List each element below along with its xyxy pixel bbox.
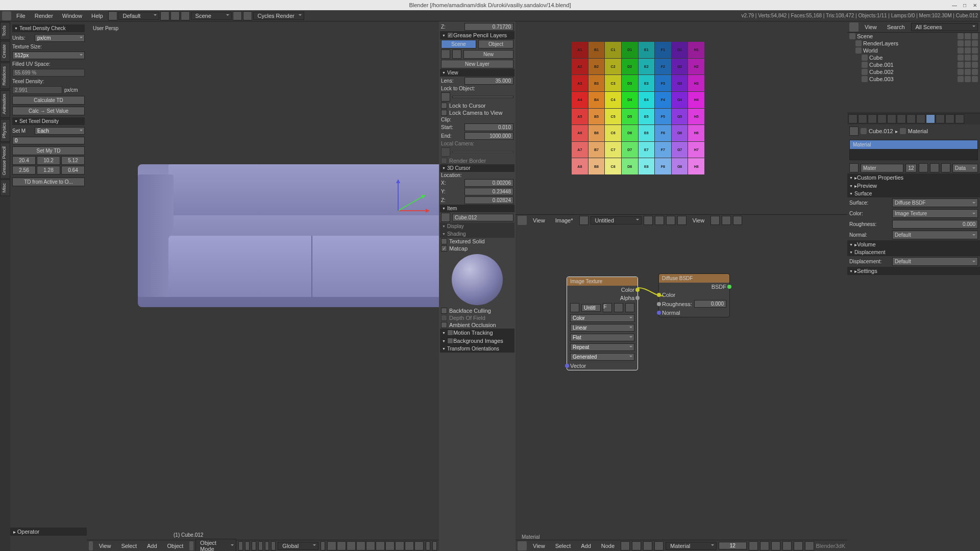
mat-users-field[interactable]: 12	[905, 164, 917, 172]
set-my-td-button[interactable]: Set My TD	[12, 146, 85, 155]
eye-icon[interactable]	[958, 47, 964, 54]
3d-viewport[interactable]: User Persp (1) Cube.012 View Select Add …	[87, 21, 439, 551]
transform-orient-header[interactable]: Transform Orientations	[440, 345, 514, 353]
calc-set-value-button[interactable]: Calc → Set Value	[12, 107, 85, 115]
mat-unlink-icon2[interactable]	[941, 163, 950, 172]
uv-view2[interactable]: View	[689, 216, 709, 224]
pencil-icon[interactable]	[441, 49, 450, 59]
eye-icon[interactable]	[958, 69, 964, 75]
displacement-select[interactable]: Default	[892, 257, 978, 266]
snap-icon[interactable]	[426, 541, 430, 550]
lock-object-field[interactable]	[452, 96, 513, 98]
foot-object[interactable]: Object	[163, 542, 188, 550]
uv-pin-icon[interactable]	[677, 216, 687, 225]
uv-image[interactable]: Image*	[551, 216, 577, 224]
td-from-active-button[interactable]: TD from Active to O...	[12, 178, 85, 186]
select-icon[interactable]	[965, 76, 971, 82]
img-unlink-icon[interactable]	[625, 303, 634, 312]
preset-2[interactable]: 2.56	[12, 166, 36, 174]
tab-tools[interactable]: Tools	[0, 22, 10, 40]
volume-header[interactable]: ▸ Volume	[847, 240, 980, 248]
units-select[interactable]: px/cm	[35, 34, 85, 42]
rough-socket[interactable]	[657, 302, 661, 306]
lock-cursor-check[interactable]	[441, 103, 447, 109]
z-value[interactable]: 0.71720	[464, 23, 513, 31]
eye-icon[interactable]	[958, 40, 964, 46]
select-icon[interactable]	[965, 47, 971, 54]
node-node[interactable]: Node	[597, 542, 619, 550]
eye-icon[interactable]	[958, 55, 964, 61]
render-vis-icon[interactable]	[972, 40, 978, 46]
rough-value[interactable]: 0.000	[694, 300, 726, 308]
textured-solid-check[interactable]	[441, 238, 447, 244]
set-td-header[interactable]: Set Texel Density	[12, 117, 85, 125]
shader-type-icon[interactable]	[621, 541, 630, 550]
node-editor[interactable]: Image Texture Color Alpha UntitlF Color …	[516, 226, 847, 551]
img-name[interactable]: Untitl	[581, 304, 601, 312]
shading-header[interactable]: Shading	[440, 230, 514, 238]
uv-fake-user-icon[interactable]	[644, 216, 653, 225]
uv-image-name[interactable]: Untitled	[591, 216, 642, 224]
operator-header[interactable]: ▸ Operator	[10, 528, 87, 536]
settings-header[interactable]: ▸ Settings	[847, 267, 980, 275]
blender-icon[interactable]	[2, 11, 11, 20]
editor-type-icon[interactable]	[89, 541, 93, 550]
cz-value[interactable]: 0.02824	[464, 196, 513, 204]
mat-list-browse-icon[interactable]	[849, 163, 859, 172]
item-header[interactable]: Item	[440, 205, 514, 212]
pivot-icon[interactable]	[245, 541, 250, 550]
tab-material-icon[interactable]	[926, 114, 935, 123]
add-scene-icon[interactable]	[233, 11, 242, 20]
preset-06[interactable]: 0.64	[61, 166, 85, 174]
gp-scene-button[interactable]: Scene	[441, 40, 476, 48]
rotate-icon[interactable]	[265, 541, 270, 550]
scene-select[interactable]: Scene	[191, 12, 232, 20]
tab-physics[interactable]: Physics	[0, 119, 10, 142]
td-input[interactable]: 0	[12, 137, 85, 144]
uv-channel-icon[interactable]	[710, 216, 720, 225]
uv-snap-icon[interactable]	[733, 216, 742, 225]
tab-data-icon[interactable]	[916, 114, 925, 123]
menu-help[interactable]: Help	[87, 12, 107, 20]
eye-icon[interactable]	[958, 76, 964, 82]
color-in-socket[interactable]	[657, 293, 661, 297]
add-layout-icon[interactable]	[160, 11, 169, 20]
bg-images-header[interactable]: Background Images	[440, 337, 514, 345]
foot-add[interactable]: Add	[143, 542, 161, 550]
outliner-item[interactable]: Cube.003	[847, 76, 980, 83]
render-vis-icon[interactable]	[972, 76, 978, 82]
select-icon[interactable]	[965, 40, 971, 46]
surface-select[interactable]: Diffuse BSDF	[892, 198, 978, 207]
diffuse-bsdf-node[interactable]: Diffuse BSDF BSDF Color Roughness:0.000 …	[658, 273, 730, 317]
texel-density-header[interactable]: Texel Density Check	[12, 24, 85, 32]
node-add[interactable]: Add	[577, 542, 595, 550]
translate-icon[interactable]	[258, 541, 263, 550]
new-layer-button[interactable]: New Layer	[441, 60, 513, 68]
color-select[interactable]: Image Texture	[892, 209, 978, 218]
backdrop-icon[interactable]	[805, 541, 814, 550]
back-icon[interactable]	[108, 11, 117, 20]
menu-file[interactable]: File	[12, 12, 30, 20]
render-vis-icon[interactable]	[972, 62, 978, 68]
preset-20[interactable]: 20.4	[12, 156, 36, 165]
menu-window[interactable]: Window	[58, 12, 86, 20]
use-nodes-icon[interactable]	[782, 541, 792, 550]
projection-select[interactable]: Flat	[570, 334, 634, 341]
item-name-field[interactable]: Cube.012	[452, 214, 513, 221]
node-editor-icon[interactable]	[518, 541, 527, 550]
tab-modifier-icon[interactable]	[906, 114, 916, 123]
set-method-select[interactable]: Each	[35, 127, 85, 135]
tab-physics-icon[interactable]	[955, 114, 964, 123]
cy-value[interactable]: 0.23448	[464, 188, 513, 195]
render-vis-icon[interactable]	[972, 69, 978, 75]
mat-name-field[interactable]: Mater	[861, 164, 903, 172]
mat-fake-icon2[interactable]	[919, 163, 928, 172]
shading-icon[interactable]	[238, 541, 243, 550]
interp-select[interactable]: Linear	[570, 324, 634, 332]
tab-render-icon[interactable]	[848, 114, 857, 123]
preset-5[interactable]: 5.12	[61, 156, 85, 165]
outliner-item[interactable]: RenderLayers	[847, 40, 980, 47]
render-vis-icon[interactable]	[972, 55, 978, 61]
render-vis-icon[interactable]	[972, 33, 978, 39]
extension-select[interactable]: Repeat	[570, 343, 634, 351]
